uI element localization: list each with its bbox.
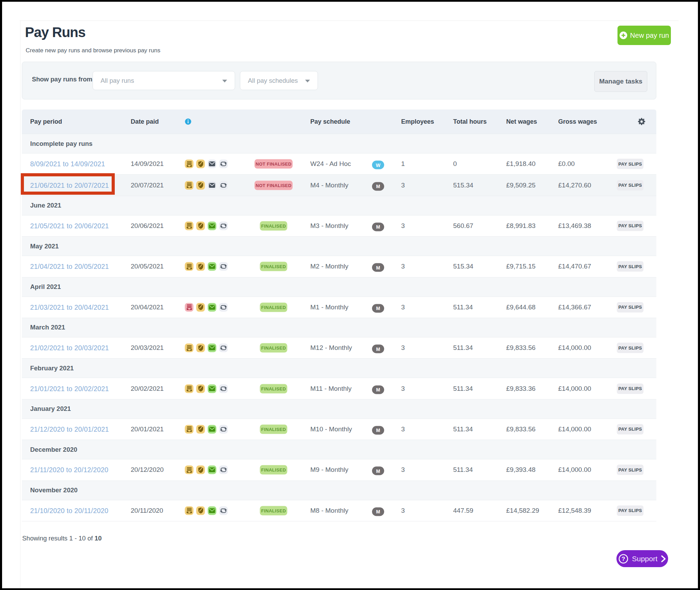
svg-text:?: ? — [622, 556, 625, 562]
